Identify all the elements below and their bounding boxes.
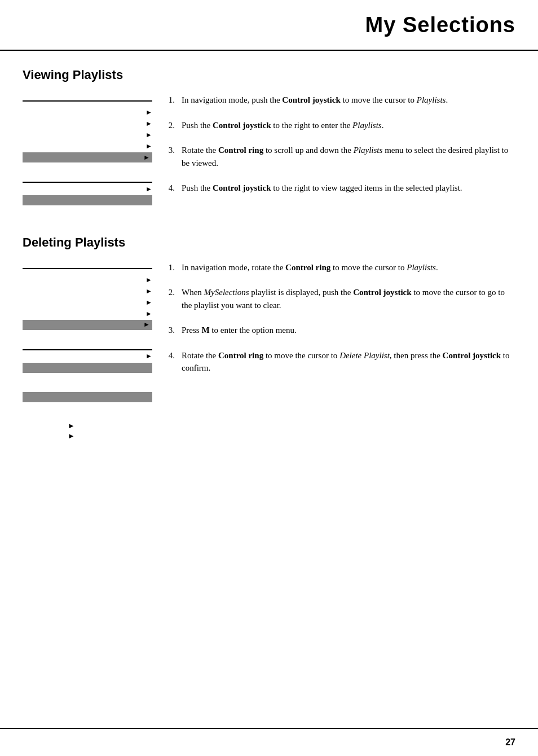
diagram-line-d2 — [23, 349, 152, 350]
menu-row-5: ► — [23, 141, 152, 151]
right-arrow-icon-d2: ► — [145, 352, 152, 361]
footer: 27 — [0, 728, 538, 756]
d-menu-row-4: ► — [23, 297, 152, 307]
d-step-num-4: 4. — [164, 349, 175, 375]
d-step-text-3: Press M to enter the option menu. — [182, 324, 297, 337]
step-text-1: In navigation mode, push the Control joy… — [182, 94, 448, 107]
main-content: Viewing Playlists ► ► ► ► — [0, 51, 538, 728]
viewing-step-2: 2. Push the Control joystick to the righ… — [164, 119, 515, 132]
viewing-instructions: 1. In navigation mode, push the Control … — [164, 94, 515, 207]
d-arrow-icon-1: ► — [145, 276, 152, 283]
deleting-diagrams: ► ► ► ► ► ► — [23, 261, 152, 441]
viewing-step-4: 4. Push the Control joystick to the righ… — [164, 182, 515, 195]
d-step-text-2: When MySelections playlist is displayed,… — [182, 286, 515, 311]
highlight-arrow-icon: ► — [143, 153, 150, 162]
d-step-num-1: 1. — [164, 261, 175, 274]
mini-arrow-1: ► — [68, 421, 152, 430]
deleting-step-4: 4. Rotate the Control ring to move the c… — [164, 349, 515, 375]
d-arrow-icon-2: ► — [145, 288, 152, 295]
step-text-4: Push the Control joystick to the right t… — [182, 182, 462, 195]
page-number: 27 — [505, 737, 515, 748]
deleting-step-2: 2. When MySelections playlist is display… — [164, 286, 515, 311]
page-title: My Selections — [365, 13, 515, 37]
step-text-3: Rotate the Control ring to scroll up and… — [182, 144, 515, 169]
d-step-num-3: 3. — [164, 324, 175, 337]
viewing-playlists-section: ► ► ► ► ► ► — [23, 94, 515, 207]
diagram-d4: ► ► — [23, 421, 152, 441]
header: My Selections — [0, 0, 538, 51]
arrow-icon-3: ► — [145, 131, 152, 138]
d-step-num-2: 2. — [164, 286, 175, 311]
d-menu-row-5: ► — [23, 309, 152, 319]
step-text-2: Push the Control joystick to the right t… — [182, 119, 383, 132]
deleting-instruction-list: 1. In navigation mode, rotate the Contro… — [164, 261, 515, 375]
menu-row-1 — [23, 96, 152, 106]
section-title-viewing: Viewing Playlists — [23, 68, 515, 82]
highlight-bar-1: ► — [23, 152, 152, 162]
arrow-icon-2: ► — [145, 120, 152, 127]
step-num-4: 4. — [164, 182, 175, 195]
viewing-diagrams: ► ► ► ► ► ► — [23, 94, 152, 207]
diagram-v1: ► ► ► ► ► — [23, 94, 152, 165]
d-highlight-bar-1: ► — [23, 320, 152, 330]
deleting-step-1: 1. In navigation mode, rotate the Contro… — [164, 261, 515, 274]
menu-row-2: ► — [23, 107, 152, 117]
step-num-1: 1. — [164, 94, 175, 107]
diagram-arrow-row-d2: ► — [23, 351, 152, 362]
d-menu-row-2: ► — [23, 275, 152, 285]
diagram-gray-d3 — [23, 392, 152, 402]
deleting-playlists-section: ► ► ► ► ► ► — [23, 261, 515, 441]
diagram-arrow-row-v2: ► — [23, 184, 152, 194]
step-num-3: 3. — [164, 144, 175, 169]
diagram-d1: ► ► ► ► ► — [23, 261, 152, 332]
diagram-v2: ► — [23, 182, 152, 205]
section-gap — [23, 224, 515, 235]
deleting-step-3: 3. Press M to enter the option menu. — [164, 324, 515, 337]
d-step-text-1: In navigation mode, rotate the Control r… — [182, 261, 438, 274]
menu-row-3: ► — [23, 118, 152, 129]
d-step-text-4: Rotate the Control ring to move the curs… — [182, 349, 515, 375]
arrow-icon-1: ► — [145, 109, 152, 116]
right-arrow-icon-v2: ► — [145, 185, 152, 194]
d-arrow-icon-4: ► — [145, 310, 152, 317]
arrow-icon-4: ► — [145, 143, 152, 150]
mini-arrow-2: ► — [68, 432, 152, 441]
diagram-line-v2 — [23, 182, 152, 183]
deleting-instructions: 1. In navigation mode, rotate the Contro… — [164, 261, 515, 441]
diagram-d3 — [23, 390, 152, 405]
d-highlight-arrow-icon: ► — [143, 320, 150, 329]
viewing-instruction-list: 1. In navigation mode, push the Control … — [164, 94, 515, 195]
diagram-gray-d2 — [23, 363, 152, 373]
menu-row-4: ► — [23, 130, 152, 140]
viewing-step-3: 3. Rotate the Control ring to scroll up … — [164, 144, 515, 169]
section-title-deleting: Deleting Playlists — [23, 235, 515, 250]
d-arrow-icon-3: ► — [145, 299, 152, 306]
d-menu-row-1 — [23, 263, 152, 274]
d-menu-row-3: ► — [23, 286, 152, 296]
diagram-d2: ► — [23, 349, 152, 373]
diagram-gray-v2 — [23, 195, 152, 205]
viewing-step-1: 1. In navigation mode, push the Control … — [164, 94, 515, 107]
step-num-2: 2. — [164, 119, 175, 132]
